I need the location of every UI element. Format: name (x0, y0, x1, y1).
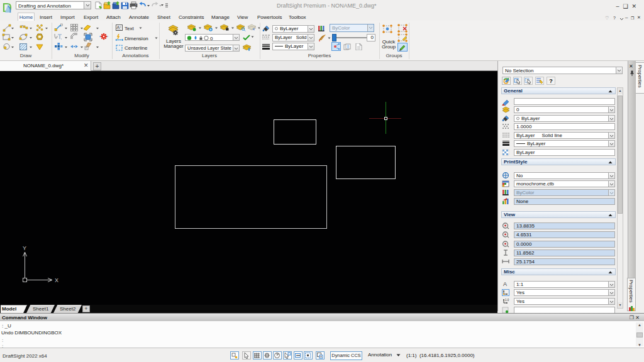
svg-text:X: X (55, 277, 58, 283)
svg-text:A: A (503, 281, 507, 287)
svg-text:0: 0 (210, 36, 213, 41)
svg-text:Y: Y (23, 245, 26, 251)
svg-text:1.0: 1.0 (505, 299, 509, 302)
svg-text:A: A (117, 25, 120, 30)
